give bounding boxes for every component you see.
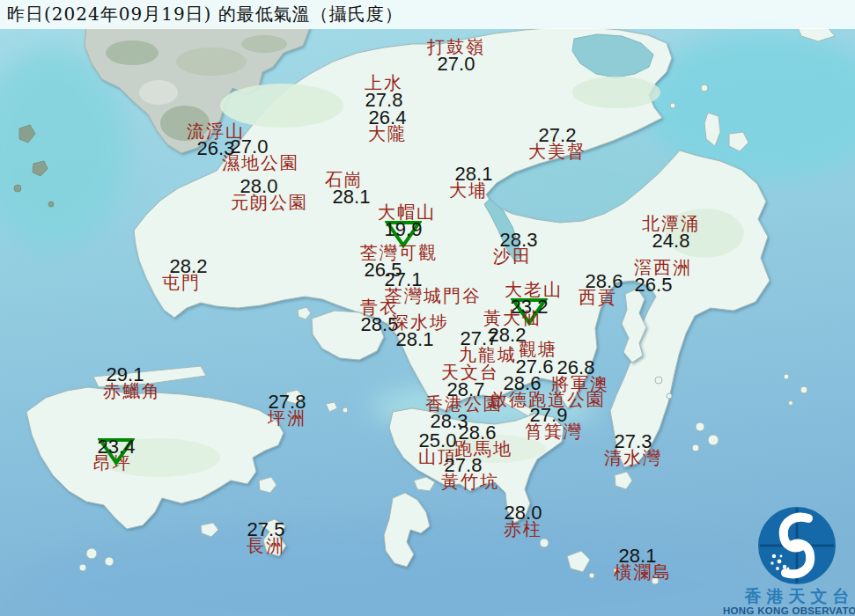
station-name: 石崗	[325, 172, 364, 188]
station-name: 荃灣可觀	[360, 245, 438, 261]
station-label: 香港公園28.3	[425, 396, 503, 429]
observatory-logo-icon	[758, 507, 836, 584]
station-name: 大埔	[449, 182, 488, 199]
station-label: 28.1大埔	[449, 165, 488, 199]
station-min-temp-value: 26.5	[365, 259, 402, 281]
station-min-temp-value: 27.1	[385, 268, 423, 290]
station-label: 天文台28.7	[441, 364, 499, 398]
station-name: 昂坪	[93, 455, 132, 472]
station-min-temp-value: 28.1	[619, 545, 657, 567]
station-min-temp-value: 28.7	[447, 378, 485, 400]
station-min-temp-value: 25.0	[419, 429, 457, 451]
station-min-temp-value: 27.0	[231, 136, 269, 158]
station-min-temp: 19.9	[374, 221, 432, 238]
station-min-temp-value: 28.6	[504, 372, 542, 394]
station-min-temp-value: 26.8	[557, 356, 595, 378]
station-name: 深水埗	[391, 314, 449, 331]
station-name: 跑馬地	[454, 441, 512, 458]
station-min-temp-value: 19.9	[385, 218, 423, 240]
station-name: 天文台	[441, 364, 499, 381]
station-label: 27.3清水灣	[604, 433, 662, 466]
station-min-temp-value: 28.1	[455, 163, 493, 185]
station-label: 28.6跑馬地	[454, 424, 512, 458]
station-min-temp: 28.0	[504, 504, 542, 521]
station-label: 滘西洲26.5	[634, 260, 692, 293]
record-low-marker-icon	[98, 437, 135, 466]
station-min-temp: 27.8	[268, 393, 306, 410]
station-label: 27.8坪洲	[268, 393, 306, 427]
station-min-temp-value: 27.7	[461, 327, 498, 349]
station-name: 大老山	[505, 282, 563, 298]
station-min-temp: 27.0	[210, 138, 288, 155]
station-name: 觀塘	[519, 341, 557, 358]
station-min-temp: 28.2	[169, 258, 208, 275]
station-label: 打鼓嶺27.0	[427, 39, 485, 72]
station-min-temp-value: 28.5	[361, 313, 399, 335]
station-min-temp-value: 28.6	[586, 270, 623, 292]
logo-name-english: HONG KONG OBSERVATORY	[723, 605, 855, 616]
station-min-temp-value: 28.1	[396, 328, 434, 350]
station-label: 28.1橫瀾島	[614, 547, 672, 581]
station-min-temp: 27.0	[427, 55, 485, 72]
station-label: 28.2屯門	[162, 258, 201, 291]
station-min-temp-value: 28.0	[240, 175, 278, 197]
station-min-temp: 26.4	[368, 109, 407, 126]
station-min-temp: 28.6	[448, 424, 506, 441]
station-min-temp: 28.1	[608, 547, 667, 564]
station-min-temp: 28.5	[360, 316, 399, 333]
station-label: 觀塘27.6	[519, 341, 557, 375]
station-min-temp: 26.5	[624, 276, 682, 293]
station-min-temp-value: 28.2	[170, 255, 208, 277]
station-min-temp: 27.1	[355, 271, 452, 288]
station-min-temp-value: 23.4	[98, 436, 136, 458]
station-name: 青衣	[360, 299, 399, 316]
station-min-temp: 27.6	[515, 358, 554, 375]
station-label: 27.5長洲	[247, 521, 285, 554]
station-min-temp: 28.0	[220, 178, 298, 194]
station-label: 28.3沙田	[493, 231, 532, 265]
station-min-temp: 28.1	[454, 165, 493, 182]
station-min-temp-value: 23.2	[511, 296, 549, 318]
station-min-temp: 27.8	[365, 92, 403, 108]
station-min-temp-value: 27.2	[539, 124, 577, 146]
station-label: 26.8將軍澳	[551, 359, 609, 392]
station-min-temp: 24.8	[642, 232, 700, 249]
station-min-temp: 28.3	[410, 413, 488, 429]
station-min-temp-value: 24.8	[652, 230, 690, 252]
station-name: 香港公園	[425, 396, 503, 413]
station-label: 28.6啟德跑道公園	[490, 375, 606, 408]
station-min-temp: 26.8	[547, 359, 605, 376]
station-label: 青衣28.5	[360, 299, 399, 333]
station-name: 打鼓嶺	[427, 39, 485, 55]
station-min-temp-value: 27.3	[615, 430, 652, 452]
station-min-temp: 27.5	[247, 521, 285, 538]
station-label: 上水27.8	[365, 75, 403, 108]
station-min-temp-value: 29.1	[107, 363, 144, 385]
station-name: 將軍澳	[551, 376, 609, 392]
map-title: 昨日(2024年09月19日) 的最低氣溫（攝氏度）	[7, 3, 403, 26]
station-min-temp: 26.5	[344, 261, 422, 278]
station-label: 大帽山19.9	[378, 204, 436, 238]
station-label: 28.0赤柱	[504, 504, 542, 538]
station-label: 23.4昂坪	[93, 438, 132, 472]
station-min-temp: 28.3	[499, 231, 538, 248]
station-label: 27.2大美督	[528, 127, 586, 160]
station-min-temp: 26.3	[187, 140, 245, 157]
station-label: 27.8黃竹坑	[441, 457, 499, 490]
hko-min-temp-map-screen: 昨日(2024年09月19日) 的最低氣溫（攝氏度） 打鼓嶺27.0上水27.8…	[0, 0, 855, 616]
station-min-temp-value: 27.6	[516, 356, 554, 378]
station-min-temp-value: 28.3	[500, 229, 538, 251]
record-low-marker-icon	[385, 220, 422, 248]
station-name: 元朗公園	[231, 194, 308, 211]
station-label: 25.0山頂	[418, 432, 457, 466]
station-name: 筲箕灣	[525, 423, 583, 440]
station-name: 西貢	[579, 290, 617, 306]
station-name: 啟德跑道公園	[490, 392, 606, 408]
station-min-temp: 28.6	[585, 273, 623, 290]
station-name: 北潭涌	[642, 216, 700, 232]
station-min-temp: 28.2	[478, 326, 536, 343]
station-min-temp: 27.7	[450, 330, 508, 347]
station-min-temp-value: 27.8	[445, 454, 483, 476]
station-name: 沙田	[493, 248, 532, 265]
hko-logo: 香港天文台 HONG KONG OBSERVATORY	[740, 507, 854, 616]
